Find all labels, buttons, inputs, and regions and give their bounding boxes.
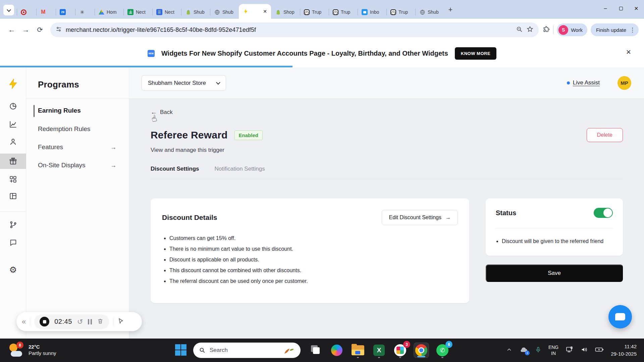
file-explorer-icon [352, 345, 364, 355]
pointer-tool-icon[interactable] [117, 318, 124, 326]
excel-button[interactable]: X [371, 343, 387, 358]
tab-docs[interactable]: Nect [152, 5, 181, 19]
tab-trupeer-3[interactable]: Trup [386, 5, 415, 19]
tab-close-icon[interactable]: ✕ [263, 9, 267, 14]
nector-logo[interactable] [0, 76, 26, 92]
task-view-button[interactable] [308, 343, 323, 358]
tab-search-button[interactable] [3, 5, 14, 15]
tab-drive[interactable]: Hom [95, 5, 123, 19]
stop-recording-button[interactable] [40, 317, 49, 326]
discount-bullet: The referral discount can be used only o… [169, 278, 458, 284]
onedrive-icon[interactable]: i [519, 346, 528, 354]
close-window-button[interactable]: ✕ [629, 0, 644, 17]
shopify-icon [275, 9, 281, 15]
rail-analytics-icon[interactable] [0, 117, 26, 132]
battery-icon[interactable] [595, 346, 604, 354]
store-selector[interactable]: Shubham Nector Store [142, 75, 226, 91]
tab-shopify-1[interactable]: Shub [181, 5, 210, 19]
whatsapp-button[interactable]: ✆6 [435, 343, 450, 358]
rail-pie-chart-icon[interactable] [0, 99, 26, 114]
edit-discount-settings-button[interactable]: Edit Discount Settings → [382, 210, 458, 225]
pause-recording-icon[interactable] [88, 319, 92, 324]
maximize-button[interactable] [613, 0, 629, 17]
tab-shopify-2[interactable]: Shop [271, 5, 300, 19]
rail-customers-icon[interactable] [0, 134, 26, 149]
chat-widget-button[interactable] [608, 305, 632, 328]
sidebar-item-on-site-displays[interactable]: On-Site Displays→ [38, 162, 122, 169]
tab-recorder[interactable] [17, 5, 36, 19]
live-assist-link[interactable]: Live Assist [567, 79, 600, 86]
volume-icon[interactable] [581, 346, 588, 355]
collapse-icon[interactable]: « [22, 317, 26, 326]
tab-notification-settings[interactable]: Notification Settings [215, 166, 265, 172]
tab-globe-1[interactable]: Shub [210, 5, 239, 19]
excel-icon: X [373, 345, 385, 356]
system-tray: i ENG IN 11:42 29-10-2025 [506, 339, 637, 362]
tab-trupeer-2[interactable]: Trup [329, 5, 358, 19]
language-indicator[interactable]: ENG IN [548, 344, 558, 356]
url-bar[interactable]: merchant.nector.io/trigger-lite/e967c165… [50, 22, 539, 37]
tab-chatgpt[interactable]: ✳ [75, 5, 95, 19]
finish-update-button[interactable]: Finish update ⋮ [591, 23, 639, 36]
rail-workflows-icon[interactable] [0, 217, 26, 232]
microphone-icon[interactable] [535, 347, 541, 354]
taskbar-weather[interactable]: 8 22°C Partly sunny [9, 342, 56, 358]
tab-calendar[interactable]: 29 [56, 5, 75, 19]
zoom-icon[interactable] [516, 26, 523, 34]
tab-discount-settings[interactable]: Discount Settings [151, 166, 199, 172]
tray-chevron-up-icon[interactable] [506, 347, 512, 354]
rail-displays-icon[interactable] [0, 188, 26, 204]
site-info-icon[interactable] [56, 26, 62, 34]
sidebar-item-earning-rules[interactable]: Earning Rules [38, 107, 122, 114]
slack-button[interactable]: 3 [392, 343, 408, 358]
tab-nector-active[interactable]: ✕ [239, 4, 271, 19]
user-avatar[interactable]: MP [618, 76, 631, 90]
toggle-knob [603, 208, 612, 217]
sidebar-item-features[interactable]: Features→ [38, 143, 122, 151]
rail-rewards-icon[interactable] [0, 154, 26, 169]
sidebar-item-redemption-rules[interactable]: Redemption Rules [38, 125, 122, 133]
file-explorer-button[interactable] [350, 343, 366, 358]
rail-settings-icon[interactable]: ⚙ [0, 262, 26, 278]
cards-row: Discount Details Edit Discount Settings … [151, 198, 623, 303]
programs-sidebar: Programs Earning Rules Redemption Rules … [26, 67, 129, 339]
rail-apps-icon[interactable] [0, 172, 26, 187]
save-button[interactable]: Save [486, 264, 623, 282]
back-button[interactable]: ← [5, 23, 18, 36]
cast-screen-icon[interactable] [566, 346, 574, 355]
forward-button[interactable]: → [19, 23, 32, 36]
extensions-icon[interactable] [543, 26, 550, 34]
reload-button[interactable]: ⟳ [34, 23, 46, 36]
profile-chip[interactable]: S Work [557, 23, 587, 36]
menu-kebab-icon[interactable]: ⋮ [630, 26, 635, 34]
tab-gmail[interactable]: M [36, 5, 56, 19]
status-toggle[interactable] [594, 208, 613, 218]
clock[interactable]: 11:42 29-10-2025 [611, 343, 637, 358]
copilot-button[interactable] [329, 343, 344, 358]
delete-recording-icon[interactable] [97, 318, 104, 326]
divider [553, 25, 553, 34]
back-label: Back [160, 109, 173, 116]
discount-bullet-list: Customers can get 15% off. There is no m… [169, 235, 458, 284]
info-badge: i [525, 351, 530, 355]
search-icon [199, 347, 205, 353]
tab-inbox[interactable]: Inbo [358, 5, 386, 19]
tab-sheets[interactable]: Nect [123, 5, 152, 19]
bookmark-star-icon[interactable] [527, 26, 533, 34]
chrome-button[interactable] [414, 343, 429, 358]
new-tab-button[interactable]: + [445, 5, 455, 15]
tab-label: Shub [222, 9, 233, 15]
status-card: Status Discount will be given to the ref… [486, 198, 623, 256]
restart-recording-icon[interactable]: ↺ [77, 318, 83, 326]
start-button[interactable] [175, 344, 187, 356]
tab-trupeer-1[interactable]: Trup [300, 5, 329, 19]
minimize-button[interactable]: – [598, 0, 613, 17]
tab-label: Hom [107, 9, 117, 15]
delete-button[interactable]: Delete [587, 128, 623, 142]
rail-support-icon[interactable] [0, 235, 26, 250]
taskbar-search[interactable]: Search [193, 343, 301, 358]
know-more-button[interactable]: KNOW MORE [455, 47, 496, 60]
banner-close-icon[interactable]: ✕ [626, 48, 631, 56]
tab-globe-2[interactable]: Shub [415, 5, 444, 19]
url-text[interactable]: merchant.nector.io/trigger-lite/e967c165… [66, 26, 512, 34]
